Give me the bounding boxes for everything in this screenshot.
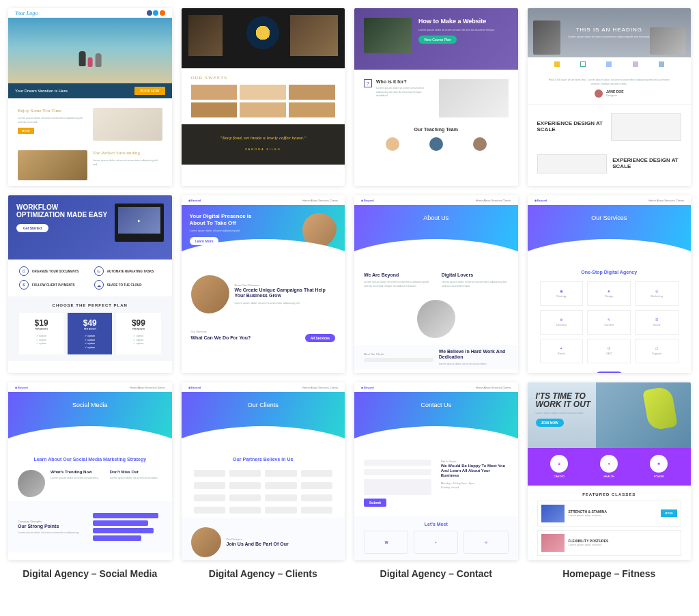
who-image	[439, 79, 509, 117]
template-item-fitness: I'TS TIME TO WORK IT OUT Lorem ipsum dol…	[528, 382, 691, 579]
hero1: Your Digital Presence Is	[190, 213, 252, 219]
who-title: Who is it for?	[376, 79, 433, 84]
template-workflow[interactable]: WORKFLOW OPTIMIZATION MADE EASY Get Star…	[8, 195, 172, 373]
strong: Our Strong Points	[18, 524, 87, 529]
hero: Social Media	[72, 402, 108, 408]
template-agency-about[interactable]: ◆ BeyondHome About Services Clients Abou…	[354, 195, 518, 373]
price1: $19	[22, 318, 61, 328]
template-restaurant[interactable]: BRUNCH—★—PASSION OUR SWEETS "Tasty food,…	[182, 8, 345, 186]
feat3: FOLLOW CLIENT PAYMENTS	[32, 283, 75, 287]
template-gallery-grid: Your Logo Your Dream Vacation is Here BO…	[8, 8, 691, 579]
hero: Our Services	[591, 214, 627, 221]
section1-title: Enjoy Some You-Time	[18, 108, 87, 113]
caption-social: Digital Agency – Social Media	[8, 560, 172, 579]
team-title: Our Teaching Team	[354, 127, 518, 137]
social-icons	[147, 10, 165, 16]
feat1: ORGANIZE YOUR DOCUMENTS	[32, 270, 79, 273]
caption-contact: Digital Agency – Contact	[354, 560, 518, 579]
hero-image	[8, 18, 172, 83]
hero: About Us	[423, 214, 448, 221]
section2-image	[18, 150, 87, 180]
cta-button[interactable]: All Services	[305, 334, 335, 342]
template-agency-social[interactable]: ◆ BeyondHome About Services Clients Soci…	[8, 382, 172, 560]
hero: Our Clients	[248, 402, 279, 408]
caption-fitness: Homepage – Fitness	[528, 560, 691, 579]
caption-clients: Digital Agency – Clients	[182, 560, 345, 579]
sub: Our Partners Believe In Us	[182, 450, 345, 466]
exp2: EXPERIENCE DESIGN AT SCALE	[612, 158, 681, 170]
trending: What's Trending Now	[51, 470, 103, 474]
template-item-social: ◆ BeyondHome About Services Clients Soci…	[8, 382, 172, 579]
happy: We Would Be Happy To Meet You And Learn …	[441, 464, 509, 479]
hero-image	[364, 18, 412, 53]
price2: $49	[70, 318, 109, 328]
get-started-button[interactable]: Get Started	[16, 224, 48, 232]
sweets-title: OUR SWEETS	[191, 75, 336, 81]
sub: Learn About Our Social Media Marketing S…	[8, 450, 172, 466]
feat4: SHARE TO THE CLOUD	[107, 283, 142, 287]
hero: I'TS TIME TO WORK IT OUT	[536, 392, 597, 408]
exp1: EXPERIENCE DESIGN AT SCALE	[537, 121, 606, 133]
view-course-button[interactable]: View Course Plan	[418, 36, 457, 44]
template-agency-clients[interactable]: ◆ BeyondHome About Services Clients Our …	[182, 382, 345, 560]
cta-button[interactable]: Start Now	[596, 372, 623, 373]
classes: FEATURED CLASSES	[537, 492, 682, 496]
believe: We Believe In Hard Work And Dedication	[439, 349, 509, 359]
quote-author: SANDRA FILES	[191, 148, 336, 151]
hero-title: How to Make a Website	[418, 18, 509, 25]
meet: Let's Meet	[364, 522, 509, 531]
join: Join Us And Be Part Of Our	[227, 542, 336, 547]
sub: One-Stop Digital Agency	[528, 263, 691, 279]
template-agency-contact[interactable]: ◆ BeyondHome About Services Clients Cont…	[354, 382, 518, 560]
hero2: About To Take Off	[190, 220, 236, 226]
template-agency-home[interactable]: ◆ BeyondHome About Services Clients Your…	[182, 195, 345, 373]
template-fitness[interactable]: I'TS TIME TO WORK IT OUT Lorem ipsum dol…	[528, 382, 691, 560]
section2-title: The Perfect Surrounding	[93, 150, 162, 156]
feat2: AUTOMATE REPEATING TASKS	[107, 270, 154, 273]
logo: Your Logo	[15, 10, 38, 16]
book-button[interactable]: BOOK NOW	[134, 87, 165, 95]
quote: "Tasty food, set inside a lovely coffee …	[191, 135, 336, 141]
price3: $99	[119, 318, 158, 328]
what: What Can We Do For You?	[191, 335, 251, 340]
plan-heading: CHOOSE THE PERFECT PLAN	[19, 303, 161, 307]
section1-image	[93, 108, 162, 141]
hero-text: Your Dream Vacation is Here	[15, 89, 68, 93]
hero-heading: THIS IS AN HEADING	[568, 27, 650, 33]
template-item-contact: ◆ BeyondHome About Services Clients Cont…	[354, 382, 518, 579]
template-agency-services[interactable]: ◆ BeyondHome About Services Clients Our …	[528, 195, 691, 373]
template-item-clients: ◆ BeyondHome About Services Clients Our …	[182, 382, 345, 579]
sub1: We Are Beyond	[364, 272, 431, 277]
hero: WORKFLOW OPTIMIZATION MADE EASY	[16, 204, 108, 219]
sub2: Digital Lovers	[442, 272, 509, 277]
template-vacation[interactable]: Your Logo Your Dream Vacation is Here BO…	[8, 8, 172, 186]
template-heading[interactable]: THIS IS AN HEADING Lorem ipsum dolor sit…	[528, 8, 691, 186]
dontmiss: Don't Miss Out	[110, 470, 162, 474]
campaigns: We Create Unique Campaigns That Help You…	[235, 288, 336, 299]
hero: Contact Us	[420, 402, 451, 408]
template-howto-website[interactable]: How to Make a Website Lorem ipsum dolor …	[354, 8, 518, 186]
